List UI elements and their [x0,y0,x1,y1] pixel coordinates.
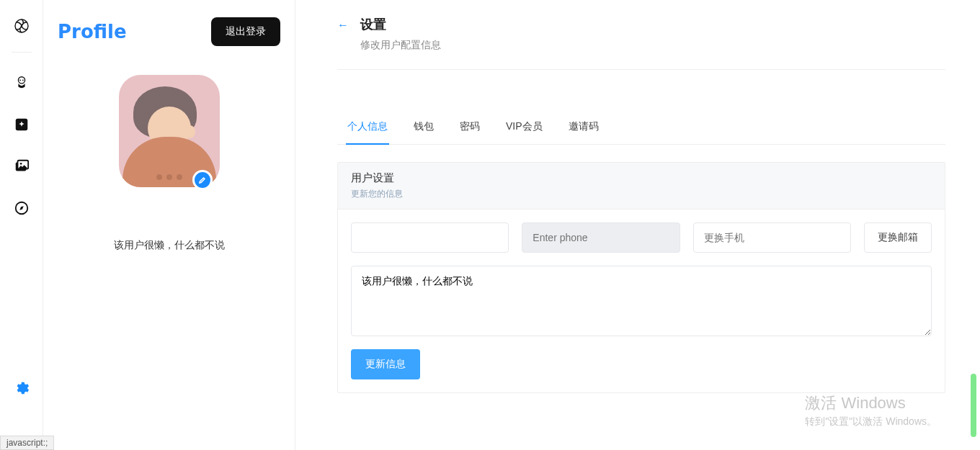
profile-bio: 该用户很懒，什么都不说 [58,239,280,252]
user-settings-panel: 用户设置 更新您的信息 更换邮箱 更新信息 [337,162,945,393]
tab-personal-info[interactable]: 个人信息 [346,110,389,145]
svg-point-1 [18,77,24,84]
bio-textarea[interactable] [351,266,932,336]
nav-rail [0,0,43,450]
tab-wallet[interactable]: 钱包 [412,110,435,145]
logout-button[interactable]: 退出登录 [211,17,280,46]
main-content: ← 设置 修改用户配置信息 个人信息 钱包 密码 VIP会员 邀请码 用户设置 … [295,0,980,450]
nav-item-assistant[interactable] [13,74,30,91]
profile-sidebar: Profile 退出登录 该用户很懒，什么都不说 [43,0,295,450]
svg-point-3 [22,79,23,81]
tab-vip[interactable]: VIP会员 [504,110,544,145]
tabs: 个人信息 钱包 密码 VIP会员 邀请码 [337,110,945,145]
scrollbar-thumb[interactable] [971,374,976,437]
update-button[interactable]: 更新信息 [351,349,420,379]
phone-field[interactable] [522,222,680,253]
nav-item-gallery[interactable] [13,158,30,175]
change-email-button[interactable]: 更换邮箱 [864,222,932,253]
settings-icon[interactable] [13,379,30,397]
svg-point-2 [19,79,21,81]
page-title: 设置 [360,16,441,33]
status-bar: javascript:; [0,436,54,450]
tab-password[interactable]: 密码 [458,110,481,145]
edit-avatar-icon[interactable] [192,170,213,190]
name-field[interactable] [351,222,509,253]
back-arrow-icon[interactable]: ← [337,16,349,32]
tab-invite[interactable]: 邀请码 [567,110,600,145]
nav-item-explore[interactable] [13,199,30,217]
email-field[interactable] [693,222,851,253]
scrollbar[interactable] [968,0,979,450]
nav-item-sparkle[interactable] [13,116,30,133]
panel-subtitle: 更新您的信息 [351,188,932,200]
app-logo-icon[interactable] [13,17,30,35]
panel-title: 用户设置 [351,171,932,185]
page-subtitle: 修改用户配置信息 [360,39,441,52]
svg-point-7 [19,163,22,165]
profile-title: Profile [58,21,127,42]
